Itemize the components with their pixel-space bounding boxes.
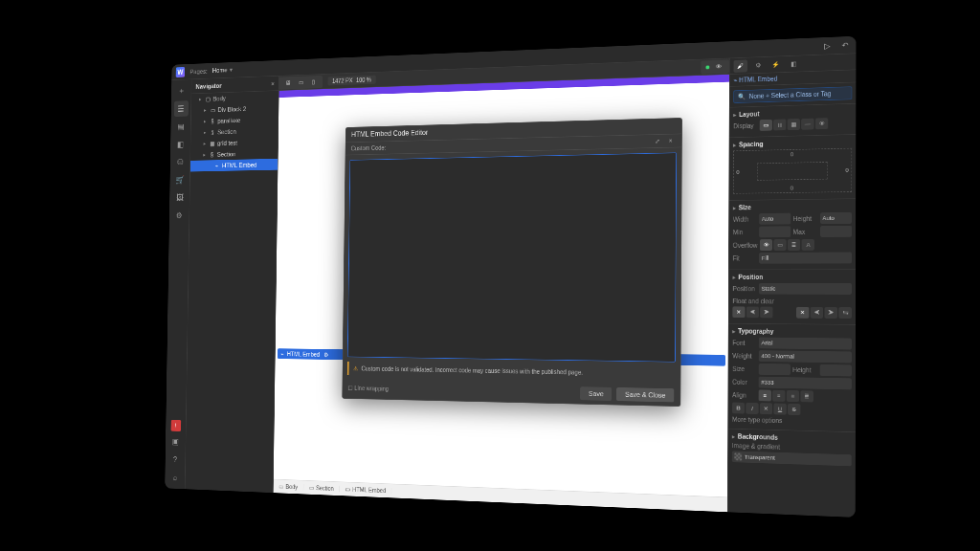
code-editor[interactable]: [347, 152, 677, 362]
display-flex-button[interactable]: ⫼: [773, 119, 786, 130]
selection-settings-icon[interactable]: ⚙: [323, 351, 328, 358]
clear-both-button[interactable]: ⮀: [838, 307, 852, 319]
bold-button[interactable]: B: [732, 403, 745, 414]
color-input[interactable]: #333: [759, 377, 852, 390]
clear-left-button[interactable]: ⮜: [811, 307, 823, 319]
navigator-close-icon[interactable]: ×: [271, 80, 275, 87]
canvas-zoom: 100 %: [356, 77, 371, 83]
element-tab-icon[interactable]: ◧: [786, 57, 800, 71]
typography-section-header[interactable]: Typography: [732, 327, 852, 335]
modal-subtitle: Custom Code:: [351, 144, 386, 152]
overflow-visible-button[interactable]: 👁: [760, 239, 772, 251]
search-icon[interactable]: ⌕: [167, 469, 182, 485]
fit-select[interactable]: Fill: [759, 253, 852, 264]
class-selector[interactable]: 🔍None + Select a Class or Tag: [733, 86, 852, 103]
undo-icon[interactable]: ↶: [839, 39, 851, 51]
canvas-width: 1472 PX: [332, 77, 353, 84]
weight-select[interactable]: 400 - Normal: [759, 350, 852, 363]
warning-icon: ⚠: [353, 365, 358, 372]
spacing-section-header[interactable]: Spacing: [733, 139, 852, 148]
width-input[interactable]: Auto: [759, 213, 791, 225]
spacing-editor[interactable]: 0 0 0 0: [733, 148, 852, 194]
add-icon[interactable]: ＋: [174, 83, 189, 99]
settings-tab-icon[interactable]: ⚙: [751, 58, 765, 71]
min-w-input[interactable]: [759, 226, 791, 237]
strike-button[interactable]: S: [788, 404, 800, 415]
italic-button[interactable]: I: [746, 403, 758, 414]
height-input[interactable]: Auto: [820, 212, 852, 224]
preview-eye-icon[interactable]: 👁: [713, 61, 724, 73]
background-color-input[interactable]: Transparent: [732, 451, 852, 466]
pages-label: Pages:: [189, 68, 207, 76]
line-height-input[interactable]: [819, 364, 852, 376]
modal-close-icon[interactable]: ×: [666, 136, 676, 145]
preview-icon[interactable]: ▷: [821, 40, 833, 52]
cms-icon[interactable]: ⛁: [173, 154, 188, 170]
style-tab-icon[interactable]: 🖌: [734, 59, 747, 72]
desktop-icon[interactable]: 🖥: [283, 77, 293, 88]
float-none-button[interactable]: ✕: [732, 306, 745, 318]
navigator-icon[interactable]: ☰: [174, 100, 189, 117]
app-logo[interactable]: W: [176, 67, 186, 77]
clear-none-button[interactable]: ✕: [796, 307, 809, 319]
settings-icon[interactable]: ⚙: [172, 208, 187, 223]
align-left-button[interactable]: ≡: [759, 389, 771, 401]
layout-section-header[interactable]: Layout: [733, 108, 852, 119]
display-block-button[interactable]: ▭: [760, 120, 772, 131]
video-icon[interactable]: ▣: [168, 433, 183, 450]
font-select[interactable]: Arial: [759, 338, 852, 350]
components-icon[interactable]: ◧: [173, 136, 188, 152]
align-justify-button[interactable]: ≣: [800, 390, 813, 402]
float-label: Float and clear: [732, 298, 773, 304]
overflow-hidden-button[interactable]: ▭: [774, 239, 787, 251]
deco-none-button[interactable]: ✕: [760, 403, 772, 414]
overflow-scroll-button[interactable]: ≣: [788, 239, 800, 251]
underline-button[interactable]: U: [773, 404, 786, 415]
breadcrumb-item[interactable]: ▭Body: [274, 483, 304, 491]
audit-icon[interactable]: !: [170, 420, 181, 431]
position-select[interactable]: Static: [759, 283, 852, 295]
navigator-tree: ▸▢Body▸▭Div Block 2▸§parallaxe▸§Section▸…: [190, 91, 278, 172]
page-selector[interactable]: Home: [212, 66, 233, 74]
font-size-input[interactable]: [759, 364, 791, 375]
html-embed-modal: HTML Embed Code Editor Custom Code: ⤢ × …: [342, 118, 682, 407]
modal-expand-icon[interactable]: ⤢: [653, 136, 662, 145]
pages-icon[interactable]: ▤: [173, 119, 188, 135]
max-w-input[interactable]: [820, 226, 852, 237]
save-button[interactable]: Save: [580, 386, 612, 401]
align-center-button[interactable]: ≡: [772, 390, 785, 402]
interactions-tab-icon[interactable]: ⚡: [768, 58, 783, 71]
help-icon[interactable]: ?: [168, 452, 183, 468]
selection-label: HTML Embed: [287, 351, 320, 358]
ecommerce-icon[interactable]: 🛒: [172, 172, 187, 188]
display-inline-button[interactable]: —: [801, 119, 813, 130]
save-close-button[interactable]: Save & Close: [616, 387, 674, 402]
float-left-button[interactable]: ⮜: [746, 306, 759, 318]
modal-warning: ⚠ Custom code is not validated. Incorrec…: [347, 362, 676, 381]
status-dot-icon: [705, 65, 709, 69]
display-grid-button[interactable]: ▦: [788, 119, 800, 130]
breadcrumb-item[interactable]: ▭HTML Embed: [340, 486, 392, 495]
display-label: Display: [733, 122, 757, 130]
more-type-label[interactable]: More type options: [732, 416, 782, 425]
navigator-title: Navigator: [195, 82, 221, 90]
assets-icon[interactable]: 🖼: [172, 189, 187, 206]
overflow-auto-button[interactable]: A: [802, 239, 814, 251]
tablet-icon[interactable]: ▭: [296, 77, 305, 88]
clear-right-button[interactable]: ⮞: [824, 307, 837, 319]
navigator-panel: Navigator × ▸▢Body▸▭Div Block 2▸§paralla…: [185, 77, 278, 494]
size-section-header[interactable]: Size: [733, 203, 852, 211]
mobile-icon[interactable]: ▯: [308, 77, 318, 87]
display-none-button[interactable]: 👁: [815, 118, 828, 129]
tree-row[interactable]: ⌁HTML Embed: [190, 159, 278, 172]
backgrounds-section-header[interactable]: Backgrounds: [732, 432, 852, 443]
line-wrapping-toggle[interactable]: ☐ Line wrapping: [348, 385, 389, 392]
align-right-button[interactable]: ≡: [787, 390, 799, 402]
position-section-header[interactable]: Position: [733, 274, 852, 280]
breadcrumb-item[interactable]: ▭Section: [303, 484, 340, 492]
style-panel: 🖌 ⚙ ⚡ ◧ ⌁ HTML Embed 🔍None + Select a Cl…: [727, 54, 857, 518]
float-right-button[interactable]: ⮞: [760, 307, 772, 319]
image-gradient-label: Image & gradient: [732, 442, 780, 451]
